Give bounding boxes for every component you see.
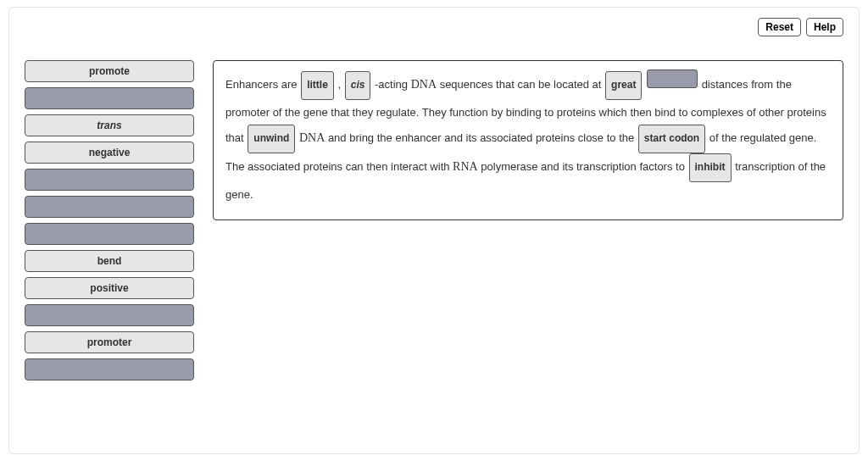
exercise-body: promote trans negative bend positive pro… — [25, 60, 843, 380]
passage-text: Enhancers are — [225, 78, 300, 91]
word-tile-positive[interactable]: positive — [25, 277, 194, 299]
reset-button[interactable]: Reset — [758, 18, 801, 36]
word-tile-promote[interactable]: promote — [25, 60, 194, 82]
word-tile-promoter[interactable]: promoter — [25, 331, 194, 353]
slot-empty[interactable] — [647, 69, 698, 88]
passage-box: Enhancers are little , cis -acting DNA s… — [213, 60, 843, 220]
slot-little[interactable]: little — [301, 71, 334, 100]
slot-great[interactable]: great — [605, 71, 642, 100]
passage-dna: DNA — [411, 78, 437, 91]
passage-text: , — [337, 78, 343, 91]
word-tile-trans[interactable]: trans — [25, 114, 194, 136]
topbar: Reset Help — [758, 18, 843, 36]
word-tile-empty[interactable] — [25, 223, 194, 245]
passage-dna: DNA — [299, 131, 325, 144]
word-tile-empty[interactable] — [25, 169, 194, 191]
passage-rna: RNA — [453, 160, 478, 173]
slot-cis[interactable]: cis — [345, 71, 371, 100]
exercise-card: Reset Help promote trans negative bend p… — [8, 7, 860, 454]
slot-unwind[interactable]: unwind — [248, 125, 295, 153]
passage-text: and bring the enhancer and its associate… — [328, 131, 637, 144]
passage-text: polymerase and its transcription factors… — [481, 160, 687, 173]
help-button[interactable]: Help — [806, 18, 843, 36]
word-tile-empty[interactable] — [25, 358, 194, 380]
slot-start-codon[interactable]: start codon — [638, 125, 705, 153]
word-tile-empty[interactable] — [25, 196, 194, 218]
word-tile-empty[interactable] — [25, 87, 194, 109]
slot-inhibit[interactable]: inhibit — [689, 153, 732, 182]
word-tile-negative[interactable]: negative — [25, 142, 194, 164]
passage-text: sequences that can be located at — [440, 78, 604, 91]
word-tile-bend[interactable]: bend — [25, 250, 194, 272]
word-bank: promote trans negative bend positive pro… — [25, 60, 194, 380]
word-tile-empty[interactable] — [25, 304, 194, 326]
passage-text: -acting — [375, 78, 411, 91]
